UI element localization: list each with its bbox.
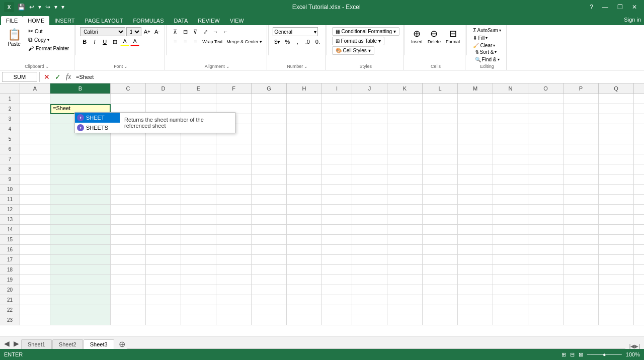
- row-num-15[interactable]: 15: [0, 235, 20, 245]
- cell-D19[interactable]: [146, 275, 181, 285]
- cell-D15[interactable]: [146, 235, 181, 245]
- cell-O11[interactable]: [528, 195, 564, 205]
- cell-D14[interactable]: [146, 225, 181, 235]
- cell-E23[interactable]: [181, 315, 216, 325]
- col-header-L[interactable]: L: [423, 83, 458, 94]
- delete-btn[interactable]: ⊖ Delete: [426, 27, 443, 45]
- cell-M11[interactable]: [458, 195, 493, 205]
- cell-Q15[interactable]: [599, 235, 634, 245]
- cell-P7[interactable]: [564, 154, 599, 164]
- cell-B7[interactable]: [50, 154, 111, 164]
- cell-K9[interactable]: [387, 174, 423, 185]
- cell-P2[interactable]: [564, 104, 599, 114]
- cell-J22[interactable]: [352, 305, 387, 315]
- cell-H19[interactable]: [287, 275, 322, 285]
- cell-R23[interactable]: [634, 315, 644, 325]
- cell-M23[interactable]: [458, 315, 493, 325]
- cell-K15[interactable]: [387, 235, 423, 245]
- cell-M12[interactable]: [458, 205, 493, 215]
- fill-btn[interactable]: ⬇ Fill ▾: [471, 35, 490, 41]
- cell-R8[interactable]: [634, 164, 644, 174]
- cell-H5[interactable]: [287, 134, 322, 144]
- cell-B23[interactable]: [50, 315, 111, 325]
- cell-H2[interactable]: [287, 104, 322, 114]
- cell-L20[interactable]: [423, 285, 458, 295]
- cell-C13[interactable]: [111, 215, 146, 225]
- cell-N9[interactable]: [493, 174, 528, 185]
- row-num-6[interactable]: 6: [0, 144, 20, 154]
- row-num-16[interactable]: 16: [0, 245, 20, 255]
- cell-G17[interactable]: [252, 255, 287, 265]
- sheet-tab-3[interactable]: Sheet3: [84, 339, 114, 349]
- cell-K12[interactable]: [387, 205, 423, 215]
- cell-K19[interactable]: [387, 275, 423, 285]
- cell-I11[interactable]: [322, 195, 352, 205]
- cell-P11[interactable]: [564, 195, 599, 205]
- copy-button[interactable]: ⧉ Copy ▾: [26, 36, 71, 44]
- cell-G2[interactable]: [252, 104, 287, 114]
- cell-E11[interactable]: [181, 195, 216, 205]
- cell-J14[interactable]: [352, 225, 387, 235]
- cell-L17[interactable]: [423, 255, 458, 265]
- cell-G11[interactable]: [252, 195, 287, 205]
- cell-I14[interactable]: [322, 225, 352, 235]
- cell-L13[interactable]: [423, 215, 458, 225]
- cell-Q6[interactable]: [599, 144, 634, 154]
- cell-C9[interactable]: [111, 174, 146, 185]
- cell-B22[interactable]: [50, 305, 111, 315]
- font-expand[interactable]: ⌄: [124, 64, 128, 69]
- cell-I10[interactable]: [322, 185, 352, 195]
- col-header-O[interactable]: O: [528, 83, 564, 94]
- indent-decrease-btn[interactable]: ←: [221, 27, 230, 36]
- cell-N2[interactable]: [493, 104, 528, 114]
- cell-Q1[interactable]: [599, 94, 634, 104]
- cell-L15[interactable]: [423, 235, 458, 245]
- cell-A16[interactable]: [20, 245, 50, 255]
- row-num-18[interactable]: 18: [0, 265, 20, 275]
- merge-center-btn[interactable]: Merge & Center ▾: [225, 37, 264, 46]
- conditional-formatting-btn[interactable]: ▦ Conditional Formatting ▾: [332, 27, 399, 36]
- cell-H12[interactable]: [287, 205, 322, 215]
- cell-O5[interactable]: [528, 134, 564, 144]
- cell-K16[interactable]: [387, 245, 423, 255]
- comma-btn[interactable]: ,: [293, 37, 302, 46]
- cell-H13[interactable]: [287, 215, 322, 225]
- cell-E14[interactable]: [181, 225, 216, 235]
- cell-H14[interactable]: [287, 225, 322, 235]
- cell-I4[interactable]: [322, 124, 352, 134]
- cell-G12[interactable]: [252, 205, 287, 215]
- cell-F23[interactable]: [216, 315, 252, 325]
- cell-L3[interactable]: [423, 114, 458, 124]
- row-num-10[interactable]: 10: [0, 185, 20, 195]
- cell-G13[interactable]: [252, 215, 287, 225]
- cell-J21[interactable]: [352, 295, 387, 305]
- cell-G5[interactable]: [252, 134, 287, 144]
- cell-E16[interactable]: [181, 245, 216, 255]
- cell-M8[interactable]: [458, 164, 493, 174]
- italic-button[interactable]: I: [90, 37, 99, 46]
- cell-C19[interactable]: [111, 275, 146, 285]
- cell-M15[interactable]: [458, 235, 493, 245]
- cell-D11[interactable]: [146, 195, 181, 205]
- cell-G10[interactable]: [252, 185, 287, 195]
- tab-insert[interactable]: INSERT: [49, 16, 79, 25]
- cell-M3[interactable]: [458, 114, 493, 124]
- cell-A5[interactable]: [20, 134, 50, 144]
- cell-J5[interactable]: [352, 134, 387, 144]
- cell-O2[interactable]: [528, 104, 564, 114]
- cut-button[interactable]: ✂ Cut: [26, 27, 71, 35]
- cell-H3[interactable]: [287, 114, 322, 124]
- normal-view-btn[interactable]: ⊞: [561, 351, 566, 358]
- col-header-P[interactable]: P: [564, 83, 599, 94]
- cell-L22[interactable]: [423, 305, 458, 315]
- row-num-7[interactable]: 7: [0, 154, 20, 164]
- cell-J15[interactable]: [352, 235, 387, 245]
- cell-P17[interactable]: [564, 255, 599, 265]
- cell-B8[interactable]: [50, 164, 111, 174]
- row-num-20[interactable]: 20: [0, 285, 20, 295]
- cell-A17[interactable]: [20, 255, 50, 265]
- cell-H15[interactable]: [287, 235, 322, 245]
- cell-M7[interactable]: [458, 154, 493, 164]
- cell-C15[interactable]: [111, 235, 146, 245]
- undo-btn[interactable]: ↩: [28, 3, 36, 11]
